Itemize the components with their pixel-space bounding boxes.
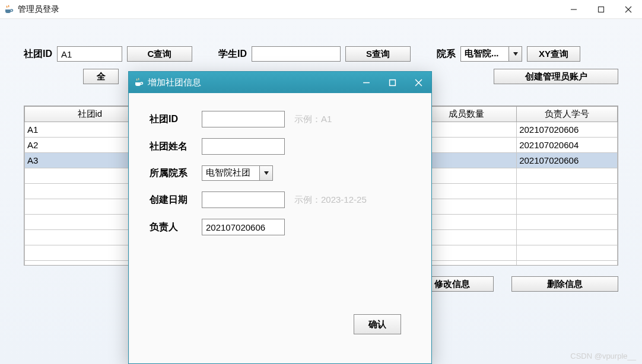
cell-leader: 202107020606 — [517, 122, 618, 138]
s-query-button[interactable]: S查询 — [345, 46, 411, 62]
cell-leader: 202107020606 — [517, 153, 618, 168]
window-titlebar: 管理员登录 — [0, 0, 642, 19]
filter-row: 社团ID C查询 学生ID S查询 院系 电智院... XY查询 — [0, 46, 642, 62]
dialog-maximize-button[interactable] — [379, 72, 405, 93]
club-id-label: 社团ID — [24, 48, 52, 60]
student-id-input[interactable] — [252, 46, 341, 62]
dlg-club-id-hint: 示例：A1 — [294, 114, 332, 125]
dlg-leader-label: 负责人 — [150, 221, 195, 234]
chevron-down-icon[interactable] — [508, 47, 522, 61]
club-id-input[interactable] — [57, 46, 122, 62]
dlg-club-id-input[interactable] — [202, 111, 285, 127]
svg-marker-9 — [264, 171, 269, 175]
dept-combo[interactable]: 电智院... — [460, 46, 522, 62]
cell-leader: 202107020604 — [517, 138, 618, 153]
dialog-close-button[interactable] — [405, 72, 431, 93]
dialog-titlebar[interactable]: 增加社团信息 — [129, 72, 431, 93]
svg-marker-4 — [513, 52, 518, 56]
all-button[interactable]: 全 — [83, 69, 119, 84]
svg-rect-1 — [599, 7, 604, 12]
dlg-dept-combo[interactable]: 电智院社团 — [202, 165, 273, 181]
dlg-create-date-label: 创建日期 — [150, 194, 195, 206]
dlg-leader-input[interactable] — [202, 219, 285, 235]
window-title: 管理员登录 — [18, 4, 59, 15]
java-icon — [134, 77, 144, 88]
dlg-dept-combo-text: 电智院社团 — [202, 166, 259, 180]
xy-query-button[interactable]: XY查询 — [527, 46, 580, 62]
maximize-button[interactable] — [587, 0, 615, 19]
dlg-create-date-input[interactable] — [202, 191, 285, 208]
delete-button[interactable]: 删除信息 — [511, 276, 618, 292]
dialog-minimize-button[interactable] — [353, 72, 379, 93]
dialog-title: 增加社团信息 — [148, 77, 201, 88]
dlg-club-name-input[interactable] — [202, 138, 285, 155]
watermark: CSDN @vpurple__ — [570, 352, 636, 360]
svg-rect-6 — [389, 79, 395, 85]
c-query-button[interactable]: C查询 — [127, 46, 192, 62]
dlg-club-id-label: 社团ID — [150, 113, 195, 126]
dlg-dept-label: 所属院系 — [150, 167, 195, 180]
col-leader[interactable]: 负责人学号 — [517, 107, 618, 122]
java-icon — [4, 4, 14, 15]
close-button[interactable] — [615, 0, 642, 19]
dept-combo-text: 电智院... — [461, 47, 508, 61]
dialog-body: 社团ID 示例：A1 社团姓名 所属院系 电智院社团 创建日期 示例：2023-… — [129, 93, 431, 363]
create-admin-button[interactable]: 创建管理员账户 — [494, 69, 618, 84]
minimize-button[interactable] — [560, 0, 587, 19]
student-id-label: 学生ID — [218, 48, 247, 60]
dlg-create-date-hint: 示例：2023-12-25 — [294, 194, 367, 206]
add-club-dialog: 增加社团信息 社团ID 示例：A1 社团姓名 所属院系 电智院社团 — [128, 71, 432, 364]
chevron-down-icon[interactable] — [259, 166, 272, 180]
dlg-club-name-label: 社团姓名 — [150, 141, 195, 153]
dlg-confirm-button[interactable]: 确认 — [354, 314, 401, 334]
dept-label: 院系 — [437, 48, 456, 60]
